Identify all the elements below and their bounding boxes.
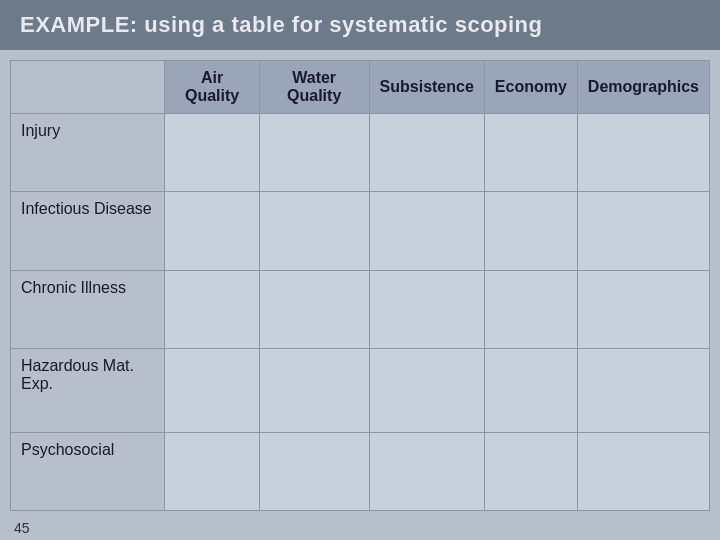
col-header-economy: Economy [484,61,577,114]
table-cell [369,432,484,510]
table-row: Infectious Disease [11,192,710,270]
table-cell [165,192,259,270]
table-cell [259,192,369,270]
table-cell [165,114,259,192]
table-cell [259,349,369,432]
table-cell [165,270,259,348]
row-label: Psychosocial [11,432,165,510]
table-row: Chronic Illness [11,270,710,348]
table-cell [484,192,577,270]
table-cell [577,432,709,510]
row-label: Hazardous Mat. Exp. [11,349,165,432]
table-row: Injury [11,114,710,192]
col-header-air-quality: Air Quality [165,61,259,114]
table-cell [165,349,259,432]
table-cell [259,270,369,348]
table-cell [369,270,484,348]
table-cell [484,432,577,510]
table-cell [369,349,484,432]
table-cell [577,270,709,348]
row-label: Injury [11,114,165,192]
col-header-empty [11,61,165,114]
col-header-demographics: Demographics [577,61,709,114]
table-cell [369,192,484,270]
col-header-subsistence: Subsistence [369,61,484,114]
table-cell [259,432,369,510]
table-row: Hazardous Mat. Exp. [11,349,710,432]
table-cell [484,349,577,432]
scoping-table: Air Quality Water Quality Subsistence Ec… [10,60,710,511]
table-cell [577,114,709,192]
table-cell [577,192,709,270]
row-label: Infectious Disease [11,192,165,270]
table-row: Psychosocial [11,432,710,510]
table-cell [577,349,709,432]
table-container: Air Quality Water Quality Subsistence Ec… [0,50,720,516]
table-cell [259,114,369,192]
table-cell [369,114,484,192]
page-title: EXAMPLE: using a table for systematic sc… [0,0,720,50]
table-cell [165,432,259,510]
row-label: Chronic Illness [11,270,165,348]
col-header-water-quality: Water Quality [259,61,369,114]
page-number: 45 [0,516,720,540]
table-cell [484,114,577,192]
table-cell [484,270,577,348]
